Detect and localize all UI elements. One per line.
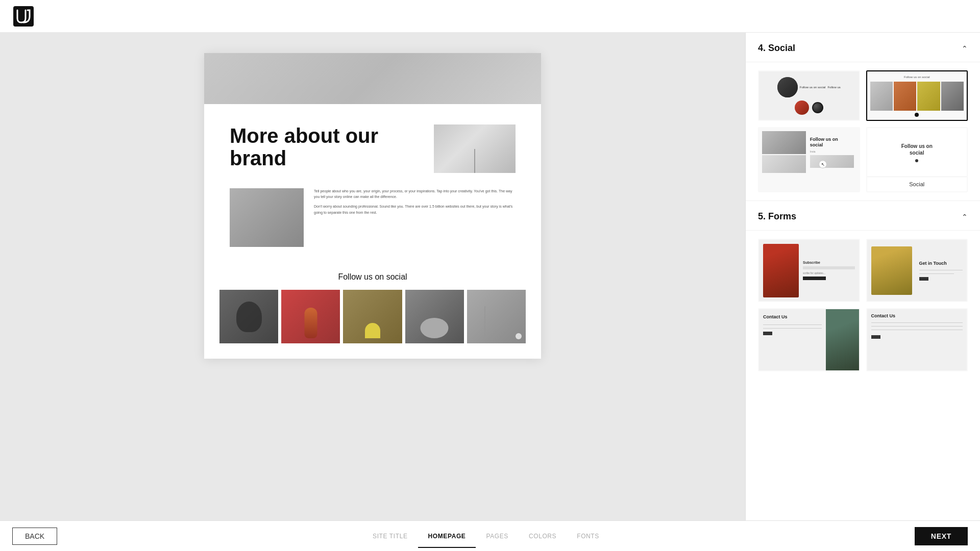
form2-inner: Get in Touch <box>867 240 967 301</box>
svg-rect-0 <box>13 6 34 27</box>
form4-inner: Contact Us <box>867 309 967 370</box>
form1-button <box>803 277 826 280</box>
forms-template-grid: Subscribe scribe for updates... <box>746 231 980 380</box>
tab-pages[interactable]: PAGES <box>476 529 518 544</box>
left-img-placeholder <box>230 188 304 247</box>
form3-inner: Contact Us <box>759 309 859 370</box>
social-img-3 <box>343 290 402 343</box>
right-img-placeholder <box>434 124 516 173</box>
form-template-2-preview: Get in Touch <box>867 240 967 301</box>
social-img-1 <box>219 290 278 343</box>
forms-chevron-up-icon[interactable]: ⌃ <box>962 213 968 221</box>
body-text-2: Don't worry about sounding professional.… <box>314 204 516 215</box>
hero-image <box>204 53 541 104</box>
two-col-section: Tell people about who you are, your orig… <box>204 188 541 262</box>
preview-panel: More about our brand Tell people about w… <box>0 33 745 520</box>
brand-text: More about our brand <box>230 124 419 169</box>
tab-homepage[interactable]: HOMEPAGE <box>418 529 476 544</box>
form4-line-2 <box>871 326 963 327</box>
tab-colors[interactable]: COLORS <box>519 529 567 544</box>
form4-button <box>871 335 880 339</box>
form1-inner: Subscribe scribe for updates... <box>759 240 859 301</box>
nav-tabs: SITE TITLE HOMEPAGE PAGES COLORS FONTS <box>362 529 609 544</box>
social-template-2-preview: Follow us on social <box>867 71 967 120</box>
body-text-1: Tell people about who you are, your orig… <box>314 188 516 199</box>
tab-fonts[interactable]: FONTS <box>567 529 609 544</box>
main-area: More about our brand Tell people about w… <box>0 33 980 520</box>
form2-line-2 <box>919 273 954 274</box>
form2-title: Get in Touch <box>919 261 963 266</box>
social-section-heading: Follow us on social <box>219 272 526 282</box>
social-chevron-up-icon[interactable]: ⌃ <box>962 44 968 53</box>
social-circle <box>516 333 522 339</box>
form-template-1[interactable]: Subscribe scribe for updates... <box>758 239 860 302</box>
form1-input <box>803 266 855 269</box>
forms-section-title: 5. Forms <box>758 211 796 222</box>
form3-content: Contact Us <box>759 309 826 370</box>
right-column-text: Tell people about who you are, your orig… <box>314 188 516 219</box>
form3-image <box>826 309 859 370</box>
bottom-nav: BACK SITE TITLE HOMEPAGE PAGES COLORS FO… <box>0 520 980 551</box>
social-template-4-label: Social <box>867 177 967 191</box>
social-image-grid <box>219 290 526 343</box>
tmpl2-title-text: Follow us on social <box>870 74 964 80</box>
form1-content: Subscribe scribe for updates... <box>803 261 855 280</box>
social-template-3[interactable]: Follow us onsocial Insta ↖ <box>758 127 860 192</box>
form3-line-2 <box>763 328 822 329</box>
social-template-1[interactable]: Follow us on social Follow us <box>758 70 860 121</box>
next-button[interactable]: NEXT <box>915 527 968 545</box>
social-img-4 <box>405 290 464 343</box>
social-template-4[interactable]: Follow us onsocial Social <box>866 127 968 192</box>
preview-hero <box>204 53 541 104</box>
social-template-2[interactable]: Follow us on social <box>866 70 968 121</box>
preview-page: More about our brand Tell people about w… <box>204 53 541 359</box>
right-panel-scroll[interactable]: 4. Social ⌃ Follow us on social <box>746 33 980 520</box>
form2-content: Get in Touch <box>916 261 963 281</box>
form4-line-1 <box>871 322 963 323</box>
right-panel: 4. Social ⌃ Follow us on social <box>745 33 980 520</box>
form-template-4-preview: Contact Us <box>867 309 967 370</box>
form1-subscribe-label: Subscribe <box>803 261 855 264</box>
brand-right-image <box>434 124 516 173</box>
form1-helper-text: scribe for updates... <box>803 271 855 274</box>
social-section-title: 4. Social <box>758 43 795 54</box>
social-img-2 <box>281 290 340 343</box>
brand-section: More about our brand <box>204 104 541 188</box>
social-img-5 <box>467 290 526 343</box>
logo[interactable] <box>12 5 35 28</box>
form-template-2[interactable]: Get in Touch <box>866 239 968 302</box>
social-section-header: 4. Social ⌃ <box>746 33 980 62</box>
brand-heading: More about our brand <box>230 124 419 169</box>
social-template-1-preview: Follow us on social Follow us <box>759 71 859 120</box>
form3-line-1 <box>763 324 822 325</box>
social-template-grid: Follow us on social Follow us <box>746 62 980 201</box>
form4-title: Contact Us <box>871 313 963 318</box>
back-button[interactable]: BACK <box>12 528 57 545</box>
tab-site-title[interactable]: SITE TITLE <box>362 529 418 544</box>
form2-button <box>919 277 928 281</box>
form3-button <box>763 332 772 335</box>
form-template-4[interactable]: Contact Us <box>866 308 968 371</box>
social-template-4-preview: Follow us onsocial <box>867 128 967 177</box>
form4-line-3 <box>871 330 963 330</box>
form-template-1-preview: Subscribe scribe for updates... <box>759 240 859 301</box>
form1-image <box>763 244 799 297</box>
social-section: Follow us on social <box>204 262 541 359</box>
forms-section-header: 5. Forms ⌃ <box>746 201 980 231</box>
form-template-3[interactable]: Contact Us <box>758 308 860 371</box>
form2-image <box>871 246 912 295</box>
form-template-3-preview: Contact Us <box>759 309 859 370</box>
form2-line-1 <box>919 270 963 270</box>
top-bar <box>0 0 980 33</box>
form3-title: Contact Us <box>763 314 822 319</box>
left-column-image <box>230 188 304 247</box>
social-template-3-preview: Follow us onsocial Insta ↖ <box>759 128 859 177</box>
